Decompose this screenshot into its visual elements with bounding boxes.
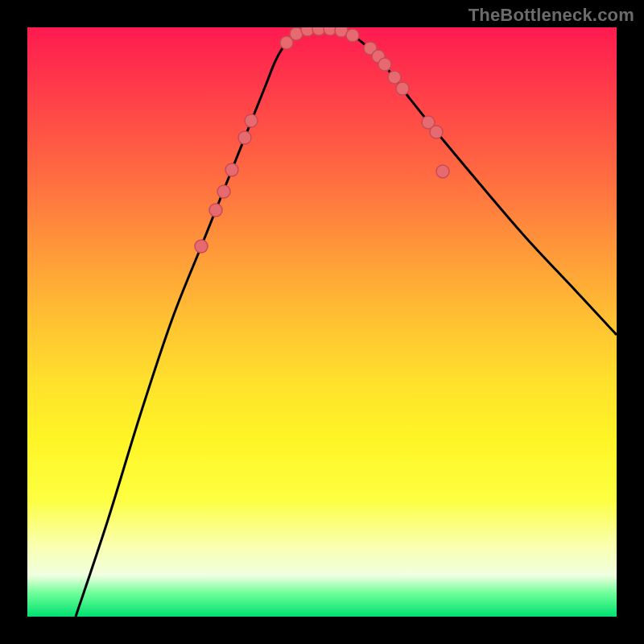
data-point bbox=[238, 131, 251, 144]
chart-svg bbox=[27, 27, 617, 617]
data-point bbox=[388, 71, 401, 84]
data-markers bbox=[195, 27, 449, 253]
data-point bbox=[195, 240, 208, 253]
data-point bbox=[217, 185, 230, 198]
data-point bbox=[436, 165, 449, 178]
data-point bbox=[245, 114, 258, 127]
watermark-text: TheBottleneck.com bbox=[469, 5, 634, 26]
data-point bbox=[396, 82, 409, 95]
data-point bbox=[378, 58, 391, 71]
curve-line bbox=[76, 28, 617, 617]
data-point bbox=[209, 204, 222, 217]
data-point bbox=[346, 29, 359, 42]
data-point bbox=[430, 126, 443, 138]
curve-path bbox=[76, 28, 617, 617]
data-point bbox=[225, 163, 238, 176]
chart-frame: TheBottleneck.com bbox=[0, 0, 644, 644]
plot-area bbox=[27, 27, 617, 617]
